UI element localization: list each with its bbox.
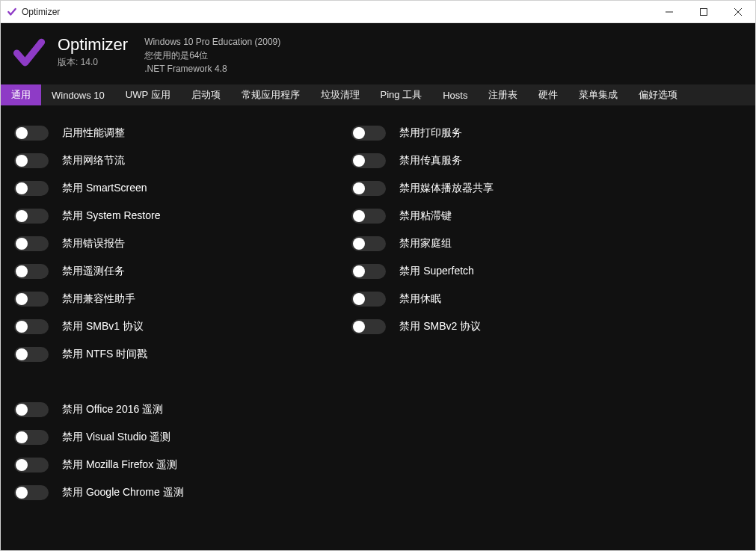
toggle-knob — [16, 321, 28, 333]
right-toggle-2[interactable] — [351, 181, 386, 196]
left2-label-3: 禁用 Google Chrome 遥测 — [62, 486, 184, 499]
toggle-knob — [16, 487, 28, 499]
left-row-4: 禁用错误报告 — [14, 230, 351, 257]
toggle-knob — [353, 127, 365, 139]
tab-2[interactable]: UWP 应用 — [115, 84, 181, 105]
right-toggle-0[interactable] — [351, 126, 386, 141]
left2-row-3: 禁用 Google Chrome 遥测 — [14, 478, 351, 506]
settings-column-right: 禁用打印服务禁用传真服务禁用媒体播放器共享禁用粘滞键禁用家庭组禁用 Superf… — [351, 119, 689, 543]
left-label-4: 禁用错误报告 — [62, 237, 125, 250]
tab-bar: 通用Windows 10UWP 应用启动项常规应用程序垃圾清理Ping 工具Ho… — [1, 84, 755, 105]
left-row-1: 禁用网络节流 — [14, 147, 351, 174]
left-label-3: 禁用 System Restore — [62, 209, 160, 223]
right-toggle-4[interactable] — [351, 236, 386, 251]
tab-6[interactable]: Ping 工具 — [370, 84, 433, 105]
logo-icon — [13, 37, 46, 70]
left-row-8: 禁用 NTFS 时间戳 — [14, 340, 351, 368]
toggle-knob — [16, 431, 28, 443]
right-toggle-5[interactable] — [351, 264, 386, 279]
left-toggle-4[interactable] — [14, 236, 49, 251]
left2-toggle-0[interactable] — [14, 402, 49, 417]
left-toggle-5[interactable] — [14, 264, 49, 279]
left-toggle-3[interactable] — [14, 209, 49, 224]
left-label-5: 禁用遥测任务 — [62, 265, 125, 278]
right-row-5: 禁用 Superfetch — [351, 257, 689, 285]
app-version: 版本: 14.0 — [58, 56, 128, 69]
svg-rect-1 — [701, 8, 707, 15]
toggle-knob — [353, 265, 365, 277]
content: 启用性能调整禁用网络节流禁用 SmartScreen禁用 System Rest… — [1, 105, 755, 550]
toggle-knob — [16, 182, 28, 194]
left-label-0: 启用性能调整 — [62, 126, 125, 140]
left-label-7: 禁用 SMBv1 协议 — [62, 320, 144, 333]
tab-8[interactable]: 注册表 — [478, 84, 528, 105]
right-label-0: 禁用打印服务 — [399, 126, 462, 140]
left2-toggle-2[interactable] — [14, 458, 49, 472]
right-toggle-3[interactable] — [351, 209, 386, 224]
left-row-3: 禁用 System Restore — [14, 202, 351, 230]
toggle-knob — [16, 459, 28, 471]
left2-row-2: 禁用 Mozilla Firefox 遥测 — [14, 451, 351, 478]
left2-label-2: 禁用 Mozilla Firefox 遥测 — [62, 458, 177, 472]
close-button[interactable] — [721, 1, 755, 22]
left-toggle-8[interactable] — [14, 347, 49, 362]
toggle-knob — [16, 293, 28, 305]
right-label-7: 禁用 SMBv2 协议 — [399, 320, 481, 333]
left-toggle-7[interactable] — [14, 319, 49, 334]
settings-column-left: 启用性能调整禁用网络节流禁用 SmartScreen禁用 System Rest… — [14, 119, 351, 543]
os-line: Windows 10 Pro Education (2009) — [144, 35, 280, 49]
window-controls — [652, 1, 755, 22]
tab-3[interactable]: 启动项 — [181, 84, 231, 105]
minimize-button[interactable] — [652, 1, 686, 22]
right-row-3: 禁用粘滞键 — [351, 202, 689, 230]
tab-9[interactable]: 硬件 — [528, 84, 568, 105]
toggle-knob — [16, 127, 28, 139]
app-window: Optimizer Optimizer 版本: 14.0 Windows 10 — [0, 0, 756, 551]
left-toggle-0[interactable] — [14, 126, 49, 141]
left-label-1: 禁用网络节流 — [62, 154, 125, 167]
toggle-knob — [16, 238, 28, 250]
left-row-2: 禁用 SmartScreen — [14, 174, 351, 202]
left-toggle-1[interactable] — [14, 153, 49, 168]
left-toggle-2[interactable] — [14, 181, 49, 196]
tab-5[interactable]: 垃圾清理 — [310, 84, 370, 105]
right-toggle-7[interactable] — [351, 319, 386, 334]
header: Optimizer 版本: 14.0 Windows 10 Pro Educat… — [1, 23, 755, 84]
left-row-5: 禁用遥测任务 — [14, 257, 351, 285]
tab-4[interactable]: 常规应用程序 — [231, 84, 310, 105]
left-row-6: 禁用兼容性助手 — [14, 285, 351, 313]
tab-0[interactable]: 通用 — [1, 84, 41, 105]
titlebar: Optimizer — [1, 1, 755, 23]
left2-row-0: 禁用 Office 2016 遥测 — [14, 395, 351, 423]
right-label-1: 禁用传真服务 — [399, 154, 462, 167]
right-label-2: 禁用媒体播放器共享 — [399, 182, 494, 195]
toggle-knob — [16, 265, 28, 277]
app-name-block: Optimizer 版本: 14.0 — [58, 34, 128, 69]
right-label-3: 禁用粘滞键 — [399, 209, 452, 223]
tab-7[interactable]: Hosts — [432, 84, 478, 105]
toggle-knob — [16, 348, 28, 360]
right-label-6: 禁用休眠 — [399, 292, 441, 306]
left-row-0: 启用性能调整 — [14, 119, 351, 147]
app-body: Optimizer 版本: 14.0 Windows 10 Pro Educat… — [1, 23, 755, 550]
left-toggle-6[interactable] — [14, 292, 49, 307]
maximize-button[interactable] — [686, 1, 721, 22]
toggle-knob — [16, 155, 28, 167]
left2-toggle-1[interactable] — [14, 430, 49, 445]
toggle-knob — [353, 182, 365, 194]
toggle-knob — [353, 321, 365, 333]
right-row-1: 禁用传真服务 — [351, 147, 689, 174]
app-icon — [7, 7, 17, 17]
tab-10[interactable]: 菜单集成 — [568, 84, 628, 105]
left-row-7: 禁用 SMBv1 协议 — [14, 313, 351, 340]
left-label-2: 禁用 SmartScreen — [62, 182, 147, 195]
toggle-knob — [353, 155, 365, 167]
tab-1[interactable]: Windows 10 — [41, 84, 115, 105]
right-toggle-1[interactable] — [351, 153, 386, 168]
tab-11[interactable]: 偏好选项 — [628, 84, 688, 105]
toggle-knob — [16, 404, 28, 416]
left-label-8: 禁用 NTFS 时间戳 — [62, 348, 147, 361]
right-toggle-6[interactable] — [351, 292, 386, 307]
toggle-knob — [353, 293, 365, 305]
left2-toggle-3[interactable] — [14, 485, 49, 500]
